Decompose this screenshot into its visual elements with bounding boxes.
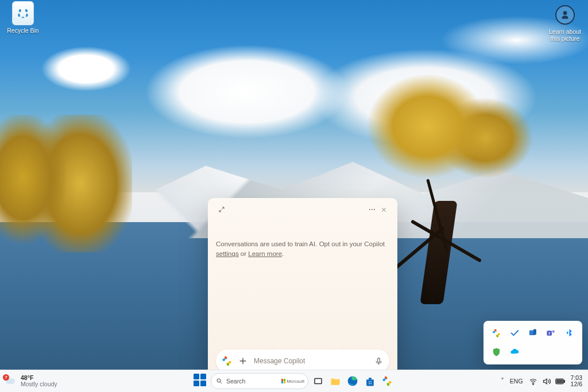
teams-icon[interactable]: T	[543, 324, 560, 342]
weather-icon: 7	[5, 375, 17, 387]
svg-point-9	[217, 379, 220, 382]
spotlight-label: Learn about this picture	[544, 28, 586, 42]
copilot-icon[interactable]	[488, 324, 505, 342]
svg-rect-16	[556, 379, 563, 383]
svg-point-0	[369, 209, 370, 210]
copilot-learn-link[interactable]: Learn more	[248, 250, 282, 257]
weather-badge: 7	[3, 374, 9, 381]
your-phone-icon[interactable]	[524, 324, 541, 342]
windows-spotlight[interactable]: Learn about this picture	[544, 3, 586, 42]
tray-overflow-flyout: T	[483, 321, 582, 364]
search-label: Search	[226, 378, 245, 385]
svg-point-2	[374, 209, 375, 210]
copilot-notice-suffix: .	[282, 250, 284, 257]
microsoft-store-icon[interactable]	[362, 374, 377, 389]
edge-icon[interactable]	[345, 374, 360, 389]
copilot-notice-text: Conversations are used to train AI. Opt …	[216, 240, 385, 247]
search-box[interactable]: Search Microsoft	[211, 373, 308, 389]
svg-rect-5	[533, 329, 536, 335]
date: 12/6	[571, 381, 582, 387]
copilot-notice-mid: or	[239, 250, 249, 257]
taskbar: 7 48°F Mostly cloudy Search Microsoft ˅ …	[0, 370, 588, 392]
microphone-icon[interactable]	[372, 355, 385, 367]
search-icon	[216, 378, 223, 385]
svg-rect-15	[564, 380, 564, 382]
close-icon[interactable]	[378, 204, 389, 215]
volume-icon	[542, 377, 551, 386]
start-button[interactable]	[194, 374, 208, 389]
wallpaper-trees-left	[0, 115, 132, 253]
more-icon[interactable]	[366, 204, 378, 215]
copilot-input-bar	[216, 350, 389, 372]
copilot-logo[interactable]	[220, 355, 233, 367]
recycle-bin-label: Recycle Bin	[2, 27, 44, 34]
tray-chevron-icon[interactable]: ˅	[501, 377, 504, 385]
weather-condition: Mostly cloudy	[21, 381, 57, 387]
copilot-taskbar-icon[interactable]	[380, 374, 394, 389]
copilot-window: Conversations are used to train AI. Opt …	[208, 198, 397, 379]
clock[interactable]: 7:03 12/6	[571, 375, 583, 387]
svg-point-1	[372, 209, 373, 210]
expand-icon[interactable]	[216, 204, 227, 215]
weather-widget[interactable]: 7 48°F Mostly cloudy	[5, 375, 57, 387]
svg-rect-3	[377, 358, 380, 362]
plus-icon[interactable]	[237, 355, 249, 367]
bluetooth-icon[interactable]	[560, 324, 578, 342]
spotlight-icon	[555, 3, 575, 26]
wifi-icon	[529, 377, 537, 386]
search-brand: Microsoft	[281, 379, 304, 384]
task-view-icon[interactable]	[311, 374, 326, 389]
checkmark-icon[interactable]	[506, 324, 524, 342]
taskbar-center: Search Microsoft	[194, 373, 394, 389]
security-icon[interactable]	[488, 343, 505, 361]
svg-point-8	[552, 331, 555, 333]
svg-rect-11	[315, 379, 322, 383]
copilot-titlebar	[216, 204, 389, 215]
copilot-settings-link[interactable]: settings	[216, 250, 239, 257]
taskbar-right: ˅ ENG 7:03 12/6	[501, 375, 583, 387]
recycle-bin-icon	[12, 1, 34, 25]
copilot-input[interactable]	[253, 356, 369, 366]
onedrive-icon[interactable]	[506, 343, 524, 361]
battery-icon	[555, 378, 565, 385]
language-indicator[interactable]: ENG	[510, 378, 523, 385]
copilot-notice: Conversations are used to train AI. Opt …	[216, 239, 389, 259]
file-explorer-icon[interactable]	[328, 374, 343, 389]
recycle-bin[interactable]: Recycle Bin	[2, 1, 44, 34]
svg-point-13	[532, 383, 533, 385]
system-status[interactable]	[529, 377, 565, 386]
